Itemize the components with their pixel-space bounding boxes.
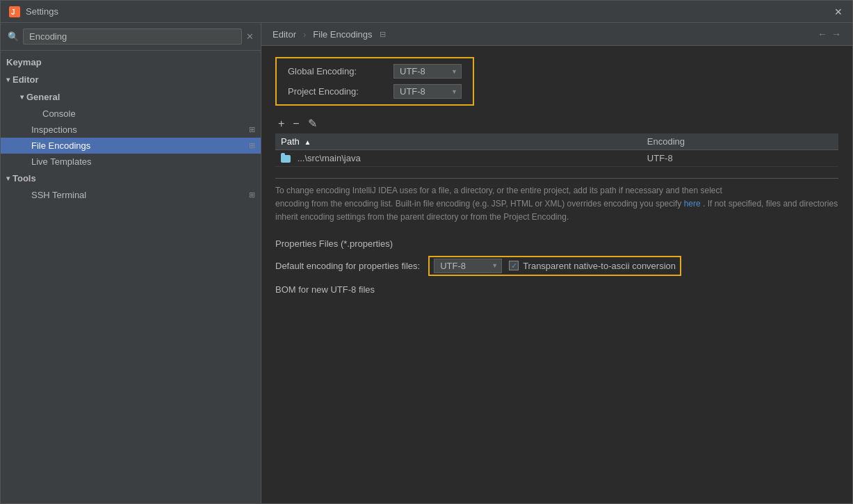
encoding-settings-box: Global Encoding: UTF-8 UTF-16 ISO-8859-1… bbox=[275, 57, 474, 106]
project-encoding-label: Project Encoding: bbox=[288, 86, 385, 97]
file-encodings-settings-icon: ⊞ bbox=[249, 141, 255, 150]
folder-icon bbox=[281, 155, 291, 163]
file-encodings-label: File Encodings bbox=[31, 140, 90, 151]
keymap-label: Keymap bbox=[6, 57, 42, 67]
general-label: General bbox=[26, 92, 60, 102]
path-cell: ...\src\main\java bbox=[275, 150, 642, 167]
edit-path-button[interactable]: ✎ bbox=[305, 117, 320, 131]
project-encoding-select-wrapper: UTF-8 UTF-16 ISO-8859-1 bbox=[393, 84, 462, 99]
properties-encoding-select[interactable]: UTF-8 UTF-16 ISO-8859-1 bbox=[434, 259, 502, 273]
info-text-3: . If not bbox=[703, 199, 726, 209]
panel-header: Editor › File Encodings ⊟ ← → bbox=[261, 23, 852, 46]
bom-label: BOM for new UTF-8 files bbox=[275, 284, 375, 295]
col-path[interactable]: Path ▲ bbox=[275, 133, 642, 150]
properties-section-label: Properties Files (*.properties) bbox=[275, 238, 838, 249]
default-encoding-row: Default encoding for properties files: U… bbox=[275, 256, 838, 276]
sidebar-item-console[interactable]: Console bbox=[1, 106, 261, 122]
console-label: Console bbox=[42, 108, 76, 119]
sidebar: 🔍 ✕ Keymap ▾ Editor ▾ General bbox=[1, 23, 261, 503]
settings-window: J Settings ✕ 🔍 ✕ Keymap ▾ Editor bbox=[0, 0, 853, 504]
global-encoding-label: Global Encoding: bbox=[288, 66, 385, 76]
sidebar-item-general[interactable]: ▾ General bbox=[1, 88, 261, 106]
add-path-button[interactable]: + bbox=[275, 117, 287, 131]
titlebar: J Settings ✕ bbox=[1, 1, 852, 23]
properties-section: Properties Files (*.properties) Default … bbox=[275, 238, 838, 276]
table-toolbar: + − ✎ bbox=[275, 117, 838, 131]
sidebar-item-tools[interactable]: ▾ Tools bbox=[1, 170, 261, 187]
close-button[interactable]: ✕ bbox=[833, 6, 844, 17]
general-arrow: ▾ bbox=[20, 93, 24, 101]
sidebar-item-live-templates[interactable]: Live Templates bbox=[1, 154, 261, 170]
inspections-settings-icon: ⊞ bbox=[249, 125, 255, 134]
ssh-terminal-label: SSH Terminal bbox=[31, 190, 86, 200]
transparent-checkbox[interactable] bbox=[509, 261, 519, 270]
col-encoding[interactable]: Encoding bbox=[642, 133, 838, 150]
sidebar-item-inspections[interactable]: Inspections ⊞ bbox=[1, 122, 261, 138]
breadcrumb-current: File Encodings bbox=[313, 29, 372, 40]
sidebar-item-file-encodings[interactable]: File Encodings ⊞ bbox=[1, 138, 261, 154]
app-icon: J bbox=[9, 6, 20, 17]
path-encoding-table: Path ▲ Encoding ...\src\main\java bbox=[275, 133, 838, 167]
nav-tree: Keymap ▾ Editor ▾ General Console bbox=[1, 51, 261, 206]
remove-path-button[interactable]: − bbox=[290, 117, 302, 131]
path-value: ...\src\main\java bbox=[298, 153, 361, 163]
properties-encoding-box: UTF-8 UTF-16 ISO-8859-1 Transparent nati… bbox=[428, 256, 681, 276]
bom-row: BOM for new UTF-8 files bbox=[275, 284, 838, 295]
back-arrow-button[interactable]: ← bbox=[818, 29, 827, 40]
info-text-link[interactable]: here bbox=[684, 199, 701, 209]
panel-menu-icon[interactable]: ⊟ bbox=[380, 30, 386, 39]
window-title: Settings bbox=[26, 6, 833, 17]
global-encoding-row: Global Encoding: UTF-8 UTF-16 ISO-8859-1 bbox=[288, 64, 462, 79]
encoding-cell: UTF-8 bbox=[642, 150, 838, 167]
search-input[interactable] bbox=[23, 29, 242, 44]
search-bar: 🔍 ✕ bbox=[1, 23, 261, 51]
table-row[interactable]: ...\src\main\java UTF-8 bbox=[275, 150, 838, 167]
sidebar-item-editor[interactable]: ▾ Editor bbox=[1, 71, 261, 88]
sidebar-item-keymap[interactable]: Keymap bbox=[1, 54, 261, 71]
global-encoding-select-wrapper: UTF-8 UTF-16 ISO-8859-1 bbox=[393, 64, 462, 79]
main-content: 🔍 ✕ Keymap ▾ Editor ▾ General bbox=[1, 23, 852, 503]
info-text-1: To change encoding IntelliJ IDEA uses fo… bbox=[275, 186, 722, 195]
breadcrumb-parent: Editor bbox=[273, 29, 296, 40]
path-sort-arrow: ▲ bbox=[304, 138, 311, 146]
search-icon: 🔍 bbox=[8, 31, 19, 42]
breadcrumb-separator: › bbox=[303, 29, 306, 40]
project-encoding-select[interactable]: UTF-8 UTF-16 ISO-8859-1 bbox=[393, 84, 462, 99]
tools-arrow: ▾ bbox=[6, 174, 10, 182]
transparent-checkbox-label: Transparent native-to-ascii conversion bbox=[523, 261, 676, 271]
editor-arrow: ▾ bbox=[6, 76, 10, 83]
search-clear-button[interactable]: ✕ bbox=[246, 31, 254, 42]
project-encoding-row: Project Encoding: UTF-8 UTF-16 ISO-8859-… bbox=[288, 84, 462, 99]
forward-arrow-button[interactable]: → bbox=[831, 29, 841, 40]
properties-encoding-select-wrapper: UTF-8 UTF-16 ISO-8859-1 bbox=[434, 259, 502, 273]
default-encoding-label: Default encoding for properties files: bbox=[275, 261, 420, 271]
info-text: To change encoding IntelliJ IDEA uses fo… bbox=[275, 178, 838, 225]
right-panel: Editor › File Encodings ⊟ ← → Global Enc… bbox=[261, 23, 852, 503]
nav-arrows: ← → bbox=[818, 29, 841, 40]
sidebar-item-ssh-terminal[interactable]: SSH Terminal ⊞ bbox=[1, 187, 261, 203]
ssh-settings-icon: ⊞ bbox=[249, 190, 255, 200]
info-text-2: encoding from the encoding list. Built-i… bbox=[275, 199, 684, 209]
tools-label: Tools bbox=[13, 173, 36, 184]
editor-label: Editor bbox=[13, 74, 39, 85]
transparent-checkbox-wrapper: Transparent native-to-ascii conversion bbox=[509, 261, 676, 271]
inspections-label: Inspections bbox=[31, 124, 77, 135]
panel-body: Global Encoding: UTF-8 UTF-16 ISO-8859-1… bbox=[261, 46, 852, 503]
live-templates-label: Live Templates bbox=[31, 156, 91, 167]
global-encoding-select[interactable]: UTF-8 UTF-16 ISO-8859-1 bbox=[393, 64, 462, 79]
svg-text:J: J bbox=[11, 8, 15, 16]
